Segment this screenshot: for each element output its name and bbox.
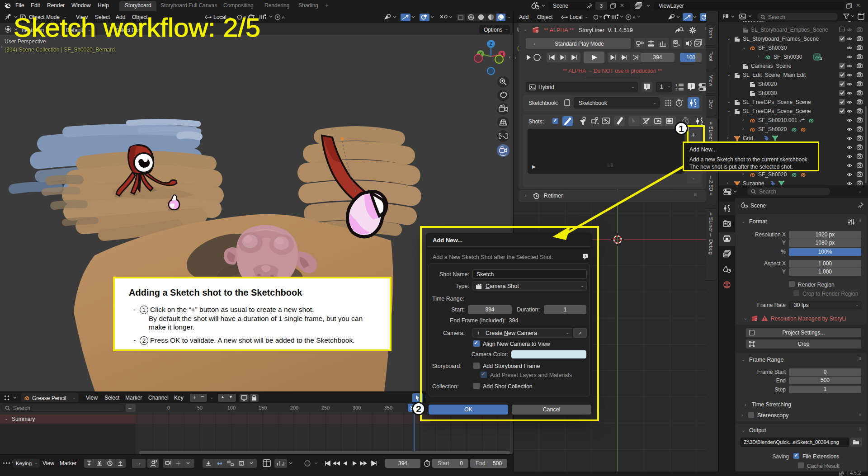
- svg-text:1: 1: [675, 83, 678, 87]
- svg-text:i: i: [646, 84, 648, 89]
- svg-text:Z: Z: [490, 42, 492, 47]
- svg-text:2: 2: [675, 87, 678, 91]
- svg-text:i: i: [691, 84, 692, 89]
